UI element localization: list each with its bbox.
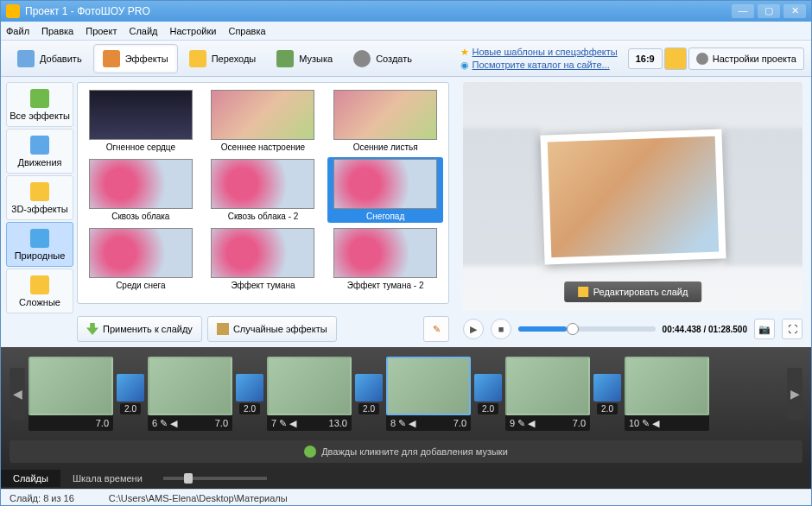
effect-thumb[interactable]: Эффект тумана — [206, 226, 321, 292]
preview-panel: Редактировать слайд — [463, 82, 802, 311]
effect-label: Огненное сердце — [106, 142, 175, 152]
effects-tab[interactable]: Эффекты — [93, 44, 178, 73]
category-1[interactable]: Движения — [6, 129, 73, 174]
minimize-button[interactable]: — — [732, 4, 754, 18]
menu-Справка[interactable]: Справка — [228, 26, 265, 36]
app-icon — [6, 4, 20, 18]
effect-preview — [89, 90, 193, 140]
timeline-tabs: Слайды Шкала времени — [1, 468, 811, 489]
fullscreen-button[interactable]: ⛶ — [782, 319, 802, 339]
maximize-button[interactable]: ▢ — [758, 4, 780, 18]
category-label: Движения — [17, 157, 61, 168]
slide-duration: 7.0 — [573, 418, 586, 428]
transition-thumb[interactable]: 2.0 — [355, 374, 383, 414]
transition-thumb[interactable]: 2.0 — [474, 374, 502, 414]
timeline-slide[interactable]: 7 ✎ ◀13.0 — [267, 357, 352, 431]
slide-number: 9 ✎ ◀ — [510, 418, 535, 429]
music-track[interactable]: Дважды кликните для добавления музыки — [10, 440, 802, 463]
close-button[interactable]: ✕ — [783, 4, 806, 18]
tab-timeline[interactable]: Шкала времени — [60, 470, 155, 487]
menu-Правка[interactable]: Правка — [41, 26, 73, 36]
effect-preview — [211, 90, 314, 140]
category-icon — [30, 89, 49, 108]
timeline-slide[interactable]: 6 ✎ ◀7.0 — [148, 357, 232, 431]
effect-thumb[interactable]: Осенние листья — [327, 88, 443, 154]
effect-thumb[interactable]: Среди снега — [83, 226, 199, 292]
templates-link[interactable]: Новые шаблоны и спецэффекты — [472, 47, 617, 57]
music-tab[interactable]: Музыка — [267, 44, 342, 73]
brush-icon: ✎ — [433, 324, 441, 335]
edit-slide-button[interactable]: Редактировать слайд — [564, 281, 702, 302]
tab-slides[interactable]: Слайды — [1, 470, 60, 487]
category-4[interactable]: Сложные — [6, 269, 73, 313]
brush-button[interactable]: ✎ — [423, 316, 449, 342]
effect-label: Сквозь облака — [111, 212, 169, 221]
apply-to-slide-button[interactable]: Применить к слайду — [77, 316, 202, 342]
transition-thumb[interactable]: 2.0 — [236, 374, 263, 414]
titlebar: Проект 1 - ФотоШОУ PRO — ▢ ✕ — [1, 1, 811, 22]
effect-thumb[interactable]: Сквозь облака — [83, 157, 199, 223]
slide-thumb — [505, 357, 590, 415]
category-2[interactable]: 3D-эффекты — [6, 175, 73, 220]
effect-label: Эффект тумана — [231, 281, 295, 290]
timeline-slide[interactable]: 10 ✎ ◀ — [625, 357, 709, 431]
category-icon — [30, 182, 49, 201]
project-settings-button[interactable]: Настройки проекта — [688, 47, 804, 70]
category-label: 3D-эффекты — [11, 204, 67, 214]
effect-thumb[interactable]: Осеннее настроение — [206, 88, 321, 154]
play-button[interactable]: ▶ — [463, 319, 484, 339]
category-icon — [30, 275, 49, 294]
star-icon: ★ — [460, 47, 469, 57]
aspect-ratio-button[interactable]: 16:9 — [628, 48, 663, 69]
menu-Слайд[interactable]: Слайд — [129, 26, 157, 36]
menu-Файл[interactable]: Файл — [6, 26, 29, 36]
menu-Проект[interactable]: Проект — [86, 26, 117, 36]
effect-preview — [333, 228, 437, 278]
random-effects-button[interactable]: Случайные эффекты — [207, 316, 337, 342]
seek-slider[interactable] — [518, 326, 656, 332]
slide-thumb — [625, 357, 709, 415]
transition-thumb[interactable]: 2.0 — [117, 374, 144, 414]
timeline-slide[interactable]: 8 ✎ ◀7.0 — [386, 357, 471, 431]
transition-preview — [474, 374, 502, 402]
arrow-down-icon — [86, 323, 98, 335]
timeline-slide[interactable]: 7.0 — [29, 357, 113, 431]
timeline-prev-button[interactable]: ◀ — [10, 368, 25, 420]
add-button[interactable]: Добавить — [8, 44, 92, 73]
music-hint: Дважды кликните для добавления музыки — [321, 446, 508, 457]
camera-icon — [17, 50, 35, 67]
effect-preview — [89, 228, 193, 278]
create-tab[interactable]: Создать — [344, 44, 422, 73]
effect-label: Среди снега — [116, 281, 165, 290]
effect-thumb[interactable]: Сквозь облака - 2 — [206, 157, 321, 223]
effect-preview — [333, 90, 437, 140]
menu-Настройки[interactable]: Настройки — [170, 26, 217, 36]
zoom-slider[interactable] — [155, 477, 811, 480]
slide-thumb — [148, 357, 232, 415]
effect-label: Снегопад — [366, 212, 404, 221]
wand-icon — [217, 323, 229, 335]
category-label: Сложные — [19, 297, 60, 307]
effect-thumb[interactable]: Снегопад — [327, 157, 443, 223]
transitions-tab[interactable]: Переходы — [180, 44, 266, 73]
transition-thumb[interactable]: 2.0 — [593, 374, 621, 414]
category-3[interactable]: Природные — [6, 222, 73, 267]
stop-button[interactable]: ■ — [491, 319, 511, 339]
effect-label: Осеннее настроение — [221, 142, 305, 152]
slide-number: 6 ✎ ◀ — [152, 418, 177, 429]
transition-duration: 2.0 — [120, 403, 141, 414]
catalog-link[interactable]: Посмотрите каталог на сайте... — [472, 60, 609, 70]
effects-gallery: Огненное сердцеОсеннее настроениеОсенние… — [77, 82, 449, 304]
timeline-next-button[interactable]: ▶ — [787, 368, 802, 420]
snapshot-button[interactable]: 📷 — [754, 319, 775, 339]
slide-number: 7 ✎ ◀ — [271, 418, 296, 429]
preview-image — [540, 129, 726, 264]
effect-thumb[interactable]: Огненное сердце — [83, 88, 199, 154]
timeline-slide[interactable]: 9 ✎ ◀7.0 — [505, 357, 590, 431]
note-icon — [276, 50, 294, 67]
effect-thumb[interactable]: Эффект тумана - 2 — [327, 226, 443, 292]
slide-duration: 7.0 — [96, 418, 109, 428]
category-0[interactable]: Все эффекты — [6, 82, 73, 127]
transition-duration: 2.0 — [478, 403, 498, 414]
display-mode-button[interactable] — [664, 47, 687, 70]
